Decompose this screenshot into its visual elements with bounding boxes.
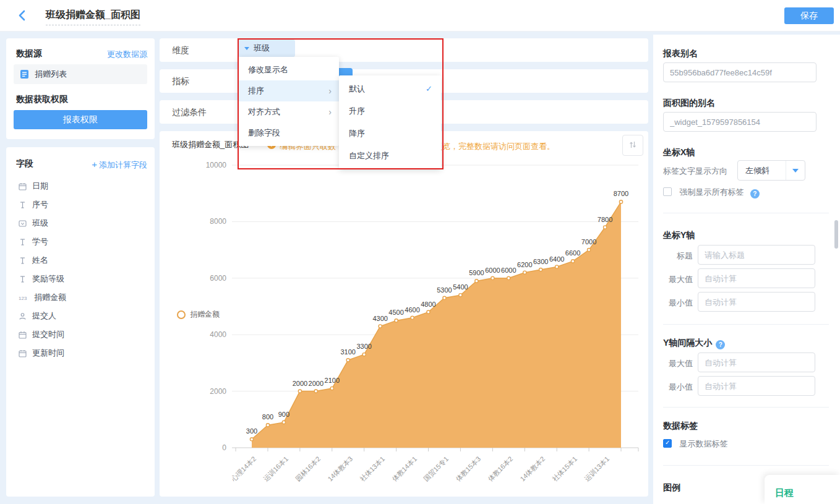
field-item-姓名[interactable]: 姓名 (19, 252, 147, 268)
data-label-heading: 数据标签 (663, 421, 698, 432)
legend-heading: 图例 (663, 482, 680, 493)
schedule-popup-label: 日程 (775, 487, 794, 499)
svg-text:4000: 4000 (210, 330, 226, 339)
widget-alias-heading: 面积图的别名 (663, 98, 715, 109)
interval-max-input[interactable] (698, 352, 815, 372)
svg-text:2000: 2000 (293, 380, 307, 387)
datasource-item[interactable]: 捐赠列表 (14, 64, 147, 84)
field-context-menu: 修改显示名 排序› 对齐方式› 删除字段 (238, 57, 339, 146)
field-item-更新时间[interactable]: 更新时间 (19, 345, 147, 361)
menu-item-delete-field[interactable]: 删除字段 (238, 122, 339, 143)
svg-text:6200: 6200 (517, 261, 532, 268)
y-max-input[interactable] (698, 268, 815, 288)
field-item-学号[interactable]: 学号 (19, 234, 147, 250)
force-labels-label: 强制显示所有标签 (679, 187, 744, 197)
y-axis-heading: 坐标Y轴 (663, 230, 695, 241)
svg-text:6600: 6600 (565, 249, 580, 257)
dimension-row: 维度 (160, 38, 648, 62)
svg-text:800: 800 (262, 413, 273, 421)
submenu-item-ascending[interactable]: 升序 (339, 100, 441, 122)
filter-label: 过滤条件 (172, 107, 207, 118)
svg-text:6000: 6000 (501, 267, 516, 274)
chevron-down-icon (792, 169, 799, 173)
y-title-label: 标题 (663, 250, 693, 262)
svg-text:5900: 5900 (469, 269, 484, 276)
svg-text:900: 900 (278, 411, 289, 418)
field-item-序号[interactable]: 序号 (19, 197, 147, 213)
submenu-item-custom-sort[interactable]: 自定义排序 (339, 145, 441, 167)
check-icon: ✓ (426, 78, 432, 100)
field-item-捐赠金额[interactable]: 123捐赠金额 (19, 289, 147, 305)
dimension-field-chip[interactable]: 班级 (238, 40, 295, 57)
settings-panel: 报表别名 面积图的别名 坐标X轴 标签文字显示方向 左倾斜 强制显示所有标签 坐… (653, 35, 840, 504)
text-icon (19, 257, 27, 265)
select-caret-zone[interactable] (786, 161, 805, 180)
document-icon (20, 69, 29, 79)
report-alias-input[interactable] (663, 62, 816, 82)
widget-alias-input[interactable] (663, 112, 816, 132)
permission-heading: 数据获取权限 (16, 94, 68, 105)
add-calc-field-link[interactable]: +添加计算字段 (92, 159, 147, 171)
y-interval-heading: Y轴间隔大小 (663, 338, 725, 349)
svg-text:6300: 6300 (533, 258, 548, 265)
svg-text:8700: 8700 (614, 190, 628, 197)
label-direction-select[interactable]: 左倾斜 (737, 160, 805, 181)
y-min-input[interactable] (698, 292, 815, 312)
change-datasource-link[interactable]: 更改数据源 (107, 49, 147, 60)
chevron-down-icon (244, 47, 249, 50)
metric-label: 指标 (172, 76, 189, 87)
field-item-提交人[interactable]: 提交人 (19, 308, 147, 324)
svg-text:2000: 2000 (210, 387, 226, 396)
field-item-班级[interactable]: 班级 (19, 215, 147, 231)
datasource-item-label: 捐赠列表 (35, 69, 67, 80)
svg-text:3300: 3300 (356, 343, 371, 350)
show-data-label-checkbox[interactable] (663, 439, 672, 448)
svg-text:4300: 4300 (372, 315, 387, 322)
text-icon (19, 201, 27, 209)
field-item-奖励等级[interactable]: 奖励等级 (19, 271, 147, 287)
calendar-icon (19, 182, 27, 190)
submenu-arrow-icon: › (328, 101, 332, 122)
y-max-label: 最大值 (663, 274, 693, 285)
svg-text:4600: 4600 (405, 306, 419, 314)
svg-text:4500: 4500 (388, 309, 403, 316)
svg-text:123: 123 (19, 295, 27, 301)
calendar-icon (19, 331, 27, 339)
help-icon[interactable] (750, 189, 760, 199)
submenu-item-descending[interactable]: 降序 (339, 122, 441, 145)
divider (663, 465, 829, 466)
menu-item-align[interactable]: 对齐方式› (238, 101, 339, 122)
svg-text:7800: 7800 (598, 216, 612, 223)
y-min-label: 最小值 (663, 297, 693, 309)
svg-text:300: 300 (246, 427, 257, 435)
divider (663, 407, 829, 408)
interval-min-label: 最小值 (663, 382, 693, 393)
svg-text:7000: 7000 (581, 238, 596, 246)
report-permission-button[interactable]: 报表权限 (14, 110, 147, 129)
svg-text:0: 0 (222, 443, 226, 452)
menu-item-rename[interactable]: 修改显示名 (238, 59, 339, 80)
force-labels-checkbox[interactable] (663, 187, 672, 196)
calendar-icon (19, 349, 27, 357)
interval-max-label: 最大值 (663, 358, 693, 369)
interval-min-input[interactable] (698, 376, 815, 396)
save-button[interactable]: 保存 (784, 7, 834, 24)
dimension-label: 维度 (172, 45, 189, 56)
y-title-input[interactable] (698, 245, 815, 265)
help-icon[interactable] (716, 340, 725, 349)
schedule-popup[interactable]: 日程 (765, 475, 840, 504)
label-direction-label: 标签文字显示方向 (663, 166, 727, 177)
back-icon[interactable] (15, 8, 30, 23)
field-item-日期[interactable]: 日期 (19, 178, 147, 194)
submenu-item-default[interactable]: 默认✓ (339, 78, 441, 100)
area-chart: 0200040006000800010000300800900200020002… (160, 131, 648, 465)
field-item-提交时间[interactable]: 提交时间 (19, 327, 147, 343)
force-labels-row: 强制显示所有标签 (663, 186, 760, 199)
svg-text:5400: 5400 (453, 283, 468, 291)
menu-item-sort[interactable]: 排序› (238, 80, 339, 101)
x-axis-heading: 坐标X轴 (663, 147, 695, 158)
chart-panel: 班级捐赠金额_面积图 ! 编辑界面只取数 预览，完整数据请访问页面查看。 捐赠金… (160, 131, 648, 497)
scrollbar-thumb[interactable] (834, 220, 838, 249)
svg-text:8000: 8000 (210, 217, 226, 226)
top-header: 班级捐赠金额_面积图 保存 (0, 0, 840, 32)
